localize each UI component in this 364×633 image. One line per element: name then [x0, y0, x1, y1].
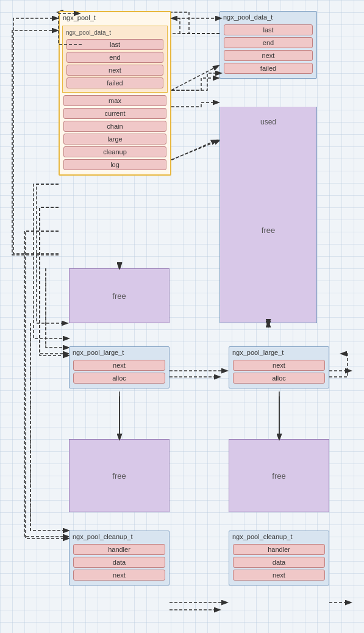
svg-line-1: [171, 66, 218, 90]
free-label-large-right: free: [272, 471, 285, 481]
ngx-pool-data-t-right-title: ngx_pool_data_t: [220, 12, 316, 23]
ngx-pool-cleanup-right-title: ngx_pool_cleanup_t: [229, 531, 329, 542]
field-max: max: [63, 95, 166, 106]
ngx-pool-large-right-box: ngx_pool_large_t next alloc: [229, 346, 329, 388]
ngx-pool-cleanup-left-title: ngx_pool_cleanup_t: [70, 531, 169, 542]
field-large: large: [63, 134, 166, 145]
field-cleanup: cleanup: [63, 146, 166, 157]
ngx-pool-large-left-box: ngx_pool_large_t next alloc: [69, 346, 170, 388]
right-field-end: end: [224, 37, 313, 48]
large-left-field-alloc: alloc: [73, 373, 165, 384]
large-left-field-next: next: [73, 360, 165, 371]
ngx-pool-data-inner: ngx_pool_data_t last end next failed: [62, 26, 168, 93]
cleanup-right-field-data: data: [233, 557, 325, 568]
right-field-failed: failed: [224, 63, 313, 74]
cleanup-left-field-next: next: [73, 570, 165, 581]
cleanup-right-field-next: next: [233, 570, 325, 581]
field-end: end: [66, 52, 163, 63]
cleanup-left-field-handler: handler: [73, 544, 165, 555]
ngx-pool-large-left-title: ngx_pool_large_t: [70, 347, 169, 358]
ngx-pool-t-title: ngx_pool_t: [60, 12, 170, 23]
ngx-pool-cleanup-left-box: ngx_pool_cleanup_t handler data next: [69, 531, 170, 585]
ngx-pool-cleanup-right-box: ngx_pool_cleanup_t handler data next: [229, 531, 329, 585]
cleanup-left-field-data: data: [73, 557, 165, 568]
field-failed: failed: [66, 77, 163, 88]
ngx-pool-t-free-area: free: [69, 268, 170, 323]
ngx-pool-t-box: ngx_pool_t ngx_pool_data_t last end next…: [59, 11, 171, 176]
data-t-used-area: used: [219, 107, 317, 137]
ngx-pool-data-t-right-box: ngx_pool_data_t last end next failed: [219, 11, 317, 79]
data-t-free-area: free: [219, 137, 317, 323]
free-pool-right-area: free: [229, 439, 329, 512]
free-pool-left-area: free: [69, 439, 170, 512]
used-label: used: [260, 118, 276, 126]
free-label-main: free: [112, 291, 126, 301]
field-next: next: [66, 65, 163, 76]
right-field-last: last: [224, 24, 313, 35]
large-right-field-next: next: [233, 360, 325, 371]
field-current: current: [63, 108, 166, 119]
inner-data-title: ngx_pool_data_t: [63, 28, 167, 37]
field-last: last: [66, 39, 163, 50]
ngx-pool-large-right-title: ngx_pool_large_t: [229, 347, 329, 358]
diagram-container: ngx_pool_t ngx_pool_data_t last end next…: [0, 0, 364, 633]
free-label-large-left: free: [112, 471, 126, 481]
large-right-field-alloc: alloc: [233, 373, 325, 384]
free-label-right-data: free: [262, 226, 275, 235]
field-log: log: [63, 159, 166, 170]
right-field-next: next: [224, 50, 313, 61]
cleanup-right-field-handler: handler: [233, 544, 325, 555]
field-chain: chain: [63, 121, 166, 132]
